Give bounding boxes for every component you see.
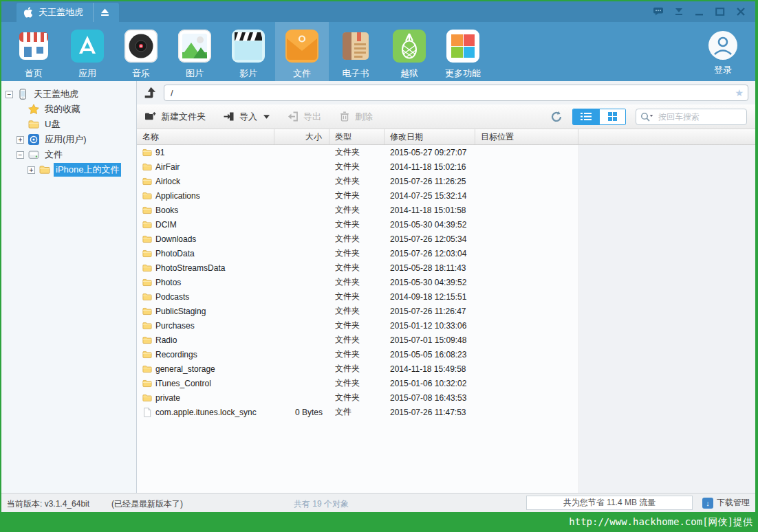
export-button[interactable]: 导出: [288, 111, 321, 123]
grid-view-button[interactable]: [599, 109, 625, 124]
sidebar-tree: −天王盖地虎我的收藏U盘+应用(用户)−文件+iPhone上的文件: [1, 81, 137, 493]
minimize-icon[interactable]: [695, 8, 704, 16]
nav-item-photos[interactable]: 图片: [168, 22, 221, 81]
folder-icon: [142, 379, 152, 388]
star-icon: [28, 104, 39, 115]
nav-item-ebook[interactable]: 电子书: [329, 22, 382, 81]
table-row[interactable]: iTunes_Control文件夹2015-01-06 10:32:02: [137, 376, 755, 390]
expander-plus-icon[interactable]: +: [17, 136, 24, 144]
table-row[interactable]: Radio文件夹2015-07-01 15:09:48: [137, 333, 755, 347]
file-name: Applications: [155, 191, 200, 201]
sidebar-item-iphone-files[interactable]: +iPhone上的文件: [1, 162, 136, 177]
new-folder-label: 新建文件夹: [161, 111, 206, 123]
table-row[interactable]: Applications文件夹2014-07-25 15:32:14: [137, 188, 755, 203]
nav-item-home[interactable]: 首页: [7, 22, 61, 81]
expander-minus-icon[interactable]: −: [17, 151, 24, 159]
favorite-star-icon[interactable]: ★: [735, 87, 744, 98]
cell-name: Applications: [137, 191, 274, 201]
import-icon: [224, 111, 235, 122]
table-row[interactable]: Books文件夹2014-11-18 15:01:58: [137, 203, 755, 217]
sidebar-item-label: iPhone上的文件: [54, 163, 121, 177]
device-tab[interactable]: 天王盖地虎: [17, 3, 119, 22]
app-window: 天王盖地虎 首页应用音乐图片影片文件电子书越狱更多功能 登录: [1, 1, 755, 512]
file-icon: [142, 408, 152, 417]
maximize-icon[interactable]: [715, 8, 725, 16]
nav-item-video[interactable]: 影片: [221, 22, 275, 81]
column-header-modified[interactable]: 修改日期: [385, 129, 475, 144]
table-row[interactable]: general_storage文件夹2014-11-18 15:49:58: [137, 362, 755, 376]
files-icon: [285, 30, 318, 63]
eject-icon[interactable]: [93, 3, 116, 22]
file-name: PhotoStreamsData: [155, 263, 225, 273]
file-name: PhotoData: [155, 249, 195, 258]
table-row[interactable]: Purchases文件夹2015-01-12 10:33:06: [137, 318, 755, 333]
list-view-button[interactable]: [573, 109, 599, 124]
file-modified: 2015-05-28 18:11:43: [385, 263, 475, 273]
table-row[interactable]: private文件夹2015-07-08 16:43:53: [137, 390, 755, 405]
folder-icon: [142, 278, 152, 287]
actionbar: 新建文件夹 导入 导出 删除: [137, 104, 755, 129]
folder-icon: [142, 206, 152, 215]
column-header-size[interactable]: 大小: [274, 129, 329, 144]
refresh-icon[interactable]: [550, 111, 563, 123]
nav-item-more[interactable]: 更多功能: [436, 22, 490, 81]
version-text: 当前版本: v3.1.4_64bit: [7, 498, 89, 510]
sidebar-item-label: 应用(用户): [43, 133, 89, 146]
sidebar-item-device[interactable]: −天王盖地虎: [1, 87, 136, 102]
folder-icon: [142, 350, 152, 359]
path-field-wrap: ★: [164, 85, 748, 101]
file-type: 文件夹: [329, 161, 385, 173]
more-icon: [446, 30, 479, 63]
column-header-type[interactable]: 类型: [329, 129, 385, 144]
column-header-target[interactable]: 目标位置: [475, 129, 578, 144]
table-row[interactable]: 91文件夹2015-05-27 09:27:07: [137, 145, 755, 159]
content-pane: ★ 新建文件夹 导入 导出: [137, 81, 755, 493]
path-input[interactable]: [164, 85, 748, 101]
feedback-icon[interactable]: [653, 8, 663, 16]
login-button[interactable]: 登录: [708, 22, 737, 81]
file-name: Downloads: [155, 234, 196, 244]
file-modified: 2015-07-26 11:26:47: [385, 307, 475, 316]
expander-plus-icon[interactable]: +: [28, 166, 35, 174]
cell-name: PublicStaging: [137, 307, 274, 316]
folder-icon: [142, 393, 152, 403]
file-type: 文件夹: [329, 204, 385, 216]
cell-name: PhotoData: [137, 249, 274, 258]
close-icon[interactable]: [736, 8, 746, 16]
nav-item-jailbreak[interactable]: 越狱: [382, 22, 436, 81]
file-modified: 2015-07-26 11:26:25: [385, 177, 475, 186]
download-manager-button[interactable]: ↓ 下载管理: [702, 497, 750, 509]
delete-button[interactable]: 删除: [339, 111, 373, 123]
sidebar-item-label: 天王盖地虎: [32, 87, 80, 101]
sidebar-item-favorites[interactable]: 我的收藏: [1, 102, 136, 117]
table-row[interactable]: Airlock文件夹2015-07-26 11:26:25: [137, 174, 755, 188]
expander-minus-icon[interactable]: −: [6, 91, 13, 98]
sidebar-item-files[interactable]: −文件: [1, 147, 136, 162]
nav-item-music[interactable]: 音乐: [114, 22, 168, 81]
table-row[interactable]: Downloads文件夹2015-07-26 12:05:34: [137, 232, 755, 246]
up-level-icon[interactable]: [142, 85, 158, 100]
table-rows: 91文件夹2015-05-27 09:27:07AirFair文件夹2014-1…: [137, 145, 755, 419]
table-row[interactable]: Recordings文件夹2015-05-05 16:08:23: [137, 347, 755, 362]
table-row[interactable]: AirFair文件夹2014-11-18 15:02:16: [137, 159, 755, 174]
new-folder-button[interactable]: 新建文件夹: [145, 111, 206, 123]
table-row[interactable]: Photos文件夹2015-05-30 04:39:52: [137, 275, 755, 289]
table-row[interactable]: Podcasts文件夹2014-09-18 12:15:51: [137, 289, 755, 304]
nav-item-files[interactable]: 文件: [275, 22, 329, 81]
column-header-name[interactable]: 名称: [137, 129, 274, 144]
sidebar-item-user-apps[interactable]: +应用(用户): [1, 132, 136, 147]
table-row[interactable]: PhotoData文件夹2015-07-26 12:03:04: [137, 246, 755, 261]
nav-item-apps[interactable]: 应用: [61, 22, 114, 81]
import-button[interactable]: 导入: [224, 111, 270, 123]
table-row[interactable]: PublicStaging文件夹2015-07-26 11:26:47: [137, 304, 755, 318]
folder-icon: [142, 321, 152, 331]
download-manager-icon: ↓: [702, 498, 713, 509]
file-type: 文件夹: [329, 190, 385, 201]
table-row[interactable]: com.apple.itunes.lock_sync0 Bytes文件2015-…: [137, 405, 755, 419]
table-row[interactable]: PhotoStreamsData文件夹2015-05-28 18:11:43: [137, 261, 755, 275]
download-to-icon[interactable]: [674, 8, 684, 16]
file-name: Radio: [155, 335, 177, 345]
table-row[interactable]: DCIM文件夹2015-05-30 04:39:52: [137, 217, 755, 232]
sidebar-item-udisk[interactable]: U盘: [1, 117, 136, 132]
file-modified: 2015-07-26 12:03:04: [385, 249, 475, 258]
